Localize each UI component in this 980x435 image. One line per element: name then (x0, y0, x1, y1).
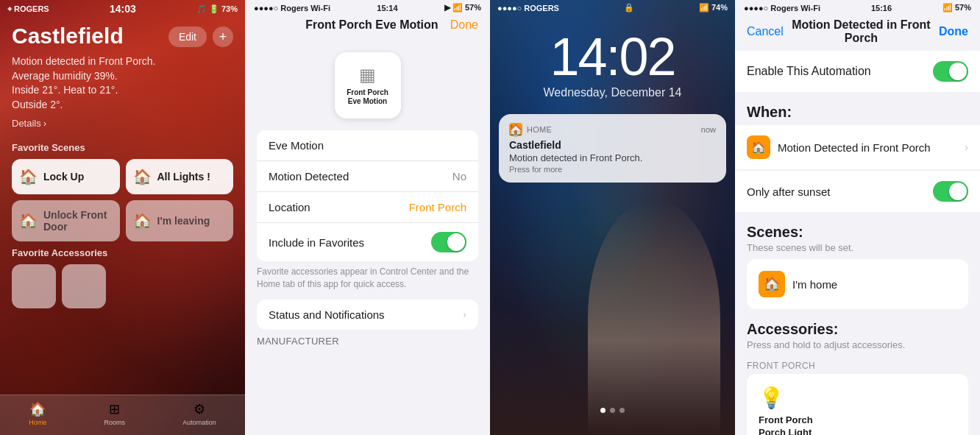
motion-detected-row: Motion Detected No (257, 161, 478, 192)
im-home-card[interactable]: 🏠 I'm home (747, 259, 968, 309)
sunset-row: Only after sunset (735, 171, 980, 212)
cancel-button[interactable]: Cancel (747, 25, 784, 38)
scenes-section-label: Favorite Scenes (12, 142, 233, 153)
notif-more: Press for more (509, 165, 716, 174)
notif-time: now (701, 125, 716, 134)
accessories-section-label: Favorite Accessories (12, 247, 233, 258)
leaving-icon: 🏠 (133, 212, 152, 230)
im-home-label: I'm home (792, 278, 837, 291)
tab-automation[interactable]: ⚙ Automation (182, 401, 216, 426)
bulb-icon: 💡 (759, 386, 784, 410)
when-title: When: (735, 98, 980, 125)
dot-2 (610, 408, 615, 413)
motion-detected-value: No (452, 170, 466, 183)
enable-toggle[interactable] (933, 61, 968, 82)
notif-title: Castlefield (509, 139, 716, 151)
enable-label: Enable This Automation (747, 65, 871, 78)
when-trigger-row[interactable]: 🏠 Motion Detected in Front Porch › (735, 125, 980, 169)
home-app-icon: 🏠 (509, 123, 522, 136)
accessories-title: Accessories: (735, 315, 980, 339)
notif-app: 🏠 HOME (509, 123, 552, 136)
when-left: 🏠 Motion Detected in Front Porch (747, 135, 931, 159)
add-button[interactable]: + (213, 26, 233, 47)
nav-title-4: Motion Detected in Front Porch (784, 18, 939, 45)
location-title: Castlefield (12, 24, 155, 49)
panel-lock-screen: ●●●●○ ROGERS 🔒 📶 74% 14:02 Wednesday, De… (490, 0, 735, 435)
carrier: ROGERS (14, 4, 49, 13)
bottom-tab-bar: 🏠 Home ⊞ Rooms ⚙ Automation (0, 395, 245, 435)
panel-eve-motion: ●●●●○ Rogers Wi-Fi 15:14 ▶ 📶 57% Front P… (245, 0, 490, 435)
zone-label: FRONT PORCH (735, 356, 980, 374)
lock-up-icon: 🏠 (19, 168, 38, 185)
home-title: Castlefield Motion detected in Front Por… (12, 24, 155, 139)
notif-header: 🏠 HOME now (509, 123, 716, 136)
trigger-chevron: › (965, 141, 968, 153)
status-bar-4: ●●●●○ Rogers Wi-Fi 15:16 📶 57% (735, 0, 980, 15)
status-chevron: › (463, 308, 466, 320)
notif-body: Motion detected in Front Porch. (509, 152, 716, 163)
done-button-4[interactable]: Done (939, 25, 968, 38)
im-leaving-scene[interactable]: 🏠 I'm leaving (126, 200, 234, 241)
battery-percent: 73% (221, 4, 238, 13)
page-dots (490, 408, 735, 413)
scenes-row-1: 🏠 Lock Up 🏠 All Lights ! (12, 159, 233, 194)
automation-tab-icon: ⚙ (193, 401, 205, 417)
motion-detected-label: Motion Detected (269, 170, 349, 183)
location-value: Front Porch (409, 201, 466, 213)
home-tab-label: Home (29, 419, 46, 426)
all-lights-label: All Lights ! (157, 171, 210, 183)
time-4: 15:16 (871, 4, 892, 13)
trigger-icon: 🏠 (747, 135, 770, 159)
lock-time-section: 14:02 Wednesday, December 14 (490, 30, 735, 99)
all-lights-scene[interactable]: 🏠 All Lights ! (126, 159, 234, 194)
battery-4: 📶 57% (942, 3, 971, 13)
home-tab-icon: 🏠 (29, 401, 46, 417)
favorites-row[interactable]: Include in Favorites (257, 223, 478, 261)
status-bar: ⌖ ROGERS 14:03 🎵 🔋 73% (0, 0, 245, 18)
accessory-thumb-2[interactable] (62, 264, 106, 308)
automation-tab-label: Automation (182, 419, 216, 426)
time-display-3: 🔒 (624, 3, 634, 13)
manufacturer-header: MANUFACTURER (245, 330, 490, 350)
automation-content: Enable This Automation When: 🏠 Motion De… (735, 51, 980, 435)
nav-bar-2: Front Porch Eve Motion Done (245, 15, 490, 38)
device-icon: ▦ (359, 65, 376, 85)
panel-home-app: ⌖ ROGERS 14:03 🎵 🔋 73% Castlefield Motio… (0, 0, 245, 435)
location-row[interactable]: Location Front Porch (257, 192, 478, 223)
notif-app-name: HOME (527, 125, 552, 134)
done-button-2[interactable]: Done (450, 18, 478, 32)
panel-automation: ●●●●○ Rogers Wi-Fi 15:16 📶 57% Cancel Mo… (735, 0, 980, 435)
unlock-front-door-scene[interactable]: 🏠 Unlock Front Door (12, 200, 120, 241)
lock-date: Wednesday, December 14 (490, 86, 735, 99)
location-icon: ⌖ (7, 4, 12, 14)
lock-time: 14:02 (490, 30, 735, 83)
accessories-note: Press and hold to adjust accessories. (735, 339, 980, 356)
tab-rooms[interactable]: ⊞ Rooms (104, 401, 125, 426)
carrier-2: ●●●●○ Rogers Wi-Fi (254, 4, 330, 13)
status-notifications-row[interactable]: Status and Notifications › (257, 300, 478, 330)
edit-button[interactable]: Edit (168, 26, 207, 47)
porch-light-card[interactable]: 💡 Front PorchPorch LightTurn On (747, 374, 968, 435)
im-home-icon: 🏠 (759, 271, 785, 297)
accessory-thumb-1[interactable] (12, 264, 56, 308)
status-notifications-section: Status and Notifications › (257, 300, 478, 330)
home-content: Castlefield Motion detected in Front Por… (0, 18, 245, 314)
favorites-note: Favorite accessories appear in Control C… (245, 261, 490, 300)
lock-up-scene[interactable]: 🏠 Lock Up (12, 159, 120, 194)
details-link[interactable]: Details › (12, 118, 155, 129)
tab-home[interactable]: 🏠 Home (29, 401, 46, 426)
sunset-toggle[interactable] (933, 181, 968, 202)
favorites-label: Include in Favorites (269, 236, 364, 249)
time-2: 15:14 (377, 4, 397, 13)
bluetooth-icon: 🎵 (196, 4, 207, 14)
enable-row: Enable This Automation (735, 51, 980, 92)
device-card: ▦ Front PorchEve Motion (245, 38, 490, 130)
favorites-toggle[interactable] (431, 232, 466, 252)
eve-motion-header-row: Eve Motion (257, 130, 478, 161)
status-left: ⌖ ROGERS (7, 4, 49, 14)
dot-1 (600, 408, 606, 413)
unlock-icon: 🏠 (19, 212, 38, 230)
sunset-label: Only after sunset (747, 185, 830, 198)
dot-3 (619, 408, 625, 413)
notification-card[interactable]: 🏠 HOME now Castlefield Motion detected i… (499, 114, 726, 183)
